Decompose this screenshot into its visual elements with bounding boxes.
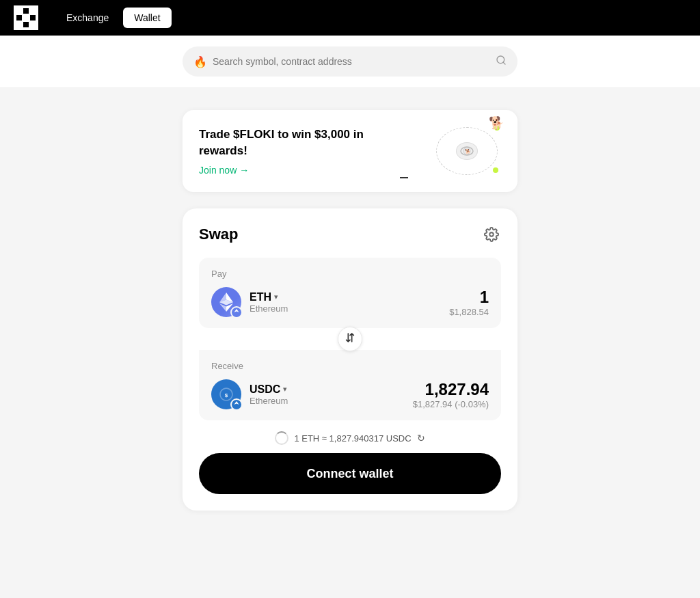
receive-section: Receive $ <box>199 350 501 420</box>
svg-line-1 <box>503 62 505 64</box>
pay-section: Pay <box>199 258 501 328</box>
swap-divider <box>199 327 501 351</box>
receive-token-left: $ USDC ▾ <box>211 379 288 409</box>
rate-loader-icon <box>275 431 288 445</box>
promo-headline: Trade $FLOKI to win $3,000 in rewards! <box>199 126 377 159</box>
swap-title: Swap <box>199 226 238 243</box>
receive-amount: 1,827.94 $1,827.94 (-0.03%) <box>413 380 489 409</box>
pay-amount: 1 $1,828.54 <box>449 288 489 317</box>
receive-token-name: USDC <box>250 383 280 396</box>
eth-network-badge <box>230 306 243 318</box>
receive-label: Receive <box>211 361 489 371</box>
promo-banner: Trade $FLOKI to win $3,000 in rewards! J… <box>183 110 517 192</box>
fire-icon: 🔥 <box>193 55 207 68</box>
planet-icon: 🐕 <box>456 142 478 160</box>
eth-token-icon <box>211 287 241 317</box>
promo-illustration: 🐕 🐕 <box>433 124 501 178</box>
search-input[interactable] <box>213 56 490 67</box>
main-content: Trade $FLOKI to win $3,000 in rewards! J… <box>0 88 700 532</box>
search-area: 🔥 <box>0 36 700 88</box>
pay-token-chevron: ▾ <box>274 293 278 301</box>
promo-text: Trade $FLOKI to win $3,000 in rewards! J… <box>199 126 377 176</box>
swap-widget: Swap Pay <box>183 208 517 511</box>
settings-icon[interactable] <box>482 225 501 244</box>
connect-wallet-button[interactable]: Connect wallet <box>199 453 501 494</box>
receive-token-row: $ USDC ▾ <box>211 379 489 409</box>
rate-text: 1 ETH ≈ 1,827.940317 USDC <box>294 433 411 444</box>
swap-flip-button[interactable] <box>338 327 362 351</box>
receive-token-info: USDC ▾ Ethereum <box>250 383 288 406</box>
tab-wallet[interactable]: Wallet <box>123 8 171 28</box>
pay-token-left: ETH ▾ Ethereum <box>211 287 288 317</box>
tab-exchange[interactable]: Exchange <box>55 8 120 28</box>
orbit-satellite: 🐕 <box>489 115 504 131</box>
promo-minimize-bar <box>400 177 408 178</box>
usdc-token-icon: $ <box>211 379 241 409</box>
pay-amount-value: 1 <box>449 288 489 307</box>
header: Exchange Wallet <box>0 0 700 36</box>
swap-arrows-icon <box>345 332 355 346</box>
search-icon <box>496 55 507 68</box>
promo-cta[interactable]: Join now → <box>199 165 377 176</box>
okx-logo <box>14 5 38 30</box>
rate-refresh-icon[interactable]: ↻ <box>417 433 425 444</box>
svg-text:🐕: 🐕 <box>465 148 471 154</box>
swap-header: Swap <box>199 225 501 244</box>
usdc-network-badge <box>230 398 243 411</box>
pay-label: Pay <box>211 269 489 279</box>
pay-token-name: ETH <box>250 291 271 303</box>
orbit-dot-2 <box>493 167 498 173</box>
receive-token-network: Ethereum <box>250 396 288 406</box>
svg-point-5 <box>489 232 494 236</box>
receive-token-chevron: ▾ <box>283 385 287 394</box>
nav-tabs: Exchange Wallet <box>55 8 172 28</box>
receive-amount-value: 1,827.94 <box>413 380 489 399</box>
pay-token-info: ETH ▾ Ethereum <box>250 291 288 314</box>
receive-amount-usd: $1,827.94 (-0.03%) <box>413 399 489 409</box>
pay-amount-usd: $1,828.54 <box>449 307 489 317</box>
pay-token-network: Ethereum <box>250 303 288 314</box>
receive-token-name-row[interactable]: USDC ▾ <box>250 383 288 396</box>
search-box: 🔥 <box>183 46 517 77</box>
pay-token-name-row[interactable]: ETH ▾ <box>250 291 288 303</box>
pay-token-row: ETH ▾ Ethereum 1 $1,828.54 <box>211 287 489 317</box>
svg-text:$: $ <box>225 392 228 398</box>
rate-info: 1 ETH ≈ 1,827.940317 USDC ↻ <box>199 431 501 445</box>
